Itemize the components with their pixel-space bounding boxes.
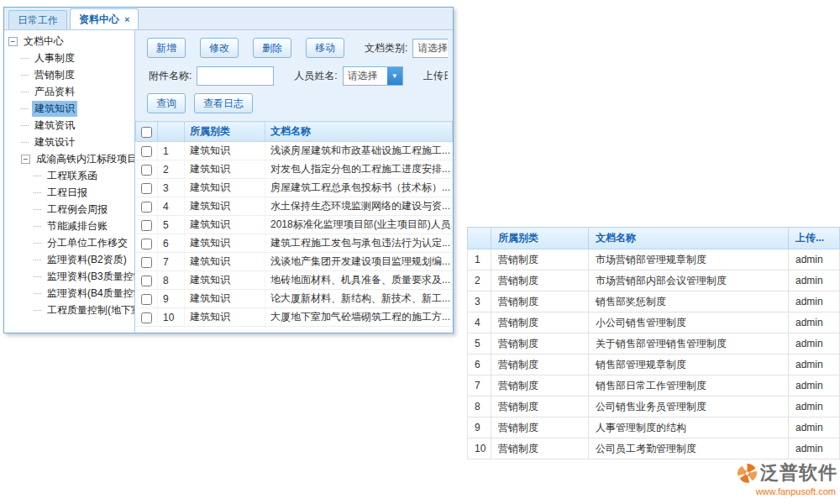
tree-node-label[interactable]: 监理资料(B2资质) — [45, 252, 129, 268]
select-all-checkbox[interactable] — [141, 127, 152, 138]
row-checkbox[interactable] — [141, 183, 152, 194]
tree-node[interactable]: −文档中心 — [4, 33, 134, 50]
row-checkbox[interactable] — [141, 165, 152, 176]
collapse-icon[interactable]: − — [8, 37, 18, 46]
row-checkbox[interactable] — [141, 257, 152, 268]
category-column-header[interactable]: 所属别类 — [491, 228, 589, 249]
table-row[interactable]: 8建筑知识地砖地面材料、机具准备、质量要求及... — [136, 271, 453, 290]
row-checkbox[interactable] — [141, 312, 152, 323]
table-row[interactable]: 6建筑知识建筑工程施工发包与承包违法行为认定... — [136, 234, 453, 253]
tree-node-label[interactable]: 文档中心 — [21, 34, 66, 50]
table-row[interactable]: 4建筑知识水土保持生态环境监测网络的建设与资... — [136, 197, 453, 216]
row-number: 6 — [158, 234, 185, 253]
table-row[interactable]: 5营销制度关于销售部管理销售管理制度admin — [468, 333, 840, 354]
row-checkbox[interactable] — [141, 276, 152, 286]
add-button[interactable]: 新增 — [147, 38, 186, 58]
tree-node-label[interactable]: 监理资料(B4质量控制) — [45, 286, 134, 302]
docname-column-header[interactable]: 文档名称 — [589, 228, 789, 249]
tree-node-label[interactable]: 工程例会周报 — [45, 202, 110, 218]
tree-node-label[interactable]: 工程日报 — [45, 185, 90, 201]
view-log-button[interactable]: 查看日志 — [194, 93, 253, 113]
table-row[interactable]: 7建筑知识浅谈地产集团开发建设项目监理规划编... — [136, 253, 453, 271]
table-row[interactable]: 1建筑知识浅谈房屋建筑和市政基础设施工程施工... — [136, 142, 453, 160]
doc-category-label: 文档类别: — [365, 41, 407, 55]
tree-node-label[interactable]: 产品资料 — [32, 84, 77, 100]
tree-node-label[interactable]: 节能减排台账 — [45, 218, 110, 234]
dropdown-arrow-icon[interactable]: ▼ — [387, 67, 402, 85]
upload-date-label: 上传日期 — [423, 69, 448, 83]
table-row[interactable]: 5建筑知识2018标准化监理项目部(业主项目部)人员... — [136, 216, 453, 234]
tab-data-center[interactable]: 资料中心 × — [70, 8, 139, 29]
tree-node[interactable]: 监理资料(B4质量控制) — [4, 285, 134, 302]
table-row[interactable]: 1营销制度市场营销部管理规章制度admin — [468, 249, 840, 270]
table-row[interactable]: 7营销制度销售部日常工作管理制度admin — [468, 375, 840, 396]
person-select[interactable]: 请选择 ▼ — [343, 66, 403, 86]
table-row[interactable]: 10建筑知识大厦地下室加气砼墙砌筑工程的施工方... — [136, 308, 453, 327]
attachment-input[interactable] — [197, 66, 274, 86]
tree-node-label[interactable]: 营销制度 — [32, 67, 77, 83]
brand-url[interactable]: www.fanpusoft.com — [756, 486, 836, 496]
query-button[interactable]: 查询 — [147, 93, 186, 113]
table-row[interactable]: 2营销制度市场营销部内部会议管理制度admin — [468, 270, 840, 291]
tree-node[interactable]: 工程例会周报 — [4, 201, 134, 218]
tree-node-label[interactable]: 分工单位工作移交 — [45, 235, 130, 251]
tree-node[interactable]: 营销制度 — [4, 66, 134, 83]
tree-node-label[interactable]: 建筑资讯 — [32, 118, 77, 134]
table-row[interactable]: 3营销制度销售部奖惩制度admin — [468, 291, 840, 312]
tree-node[interactable]: 监理资料(B3质量控制) — [4, 268, 134, 285]
doc-category-select[interactable]: 请选择 ▼ — [412, 39, 448, 58]
table-row[interactable]: 8营销制度公司销售业务员管理制度admin — [468, 396, 840, 417]
tree-node[interactable]: 建筑资讯 — [4, 117, 134, 134]
tree-node[interactable]: 工程联系函 — [4, 167, 134, 184]
tree-node-label[interactable]: 监理资料(B3质量控制) — [45, 269, 134, 285]
row-docname: 销售部日常工作管理制度 — [589, 375, 789, 396]
table-row[interactable]: 9建筑知识论大厦新材料、新结构、新技术、新工... — [136, 290, 453, 308]
table-row[interactable]: 4营销制度小公司销售管理制度admin — [468, 312, 840, 333]
row-checkbox[interactable] — [141, 220, 152, 231]
tree-node-label[interactable]: 工程联系函 — [45, 168, 100, 184]
table-header-row: 所属别类 文档名称 — [136, 122, 453, 142]
attachment-label: 附件名称: — [149, 69, 192, 83]
table-row[interactable]: 3建筑知识房屋建筑工程总承包投标书（技术标）... — [136, 179, 453, 197]
row-docname: 公司销售业务员管理制度 — [589, 396, 789, 417]
tree-node[interactable]: 工程质量控制(地下室) — [4, 302, 134, 318]
row-number: 3 — [158, 179, 185, 197]
uploader-column-header[interactable]: 上传... — [789, 228, 840, 249]
select-all-cell — [136, 122, 158, 142]
tree-node-label[interactable]: 建筑设计 — [32, 134, 77, 150]
tree-node[interactable]: 节能减排台账 — [4, 218, 134, 234]
tree-node[interactable]: 工程日报 — [4, 184, 134, 201]
tree-node[interactable]: 建筑设计 — [4, 134, 134, 150]
row-number: 8 — [158, 271, 185, 290]
tree-node[interactable]: 建筑知识 — [4, 100, 134, 117]
table-row[interactable]: 9营销制度人事管理制度的结构admin — [468, 417, 840, 438]
tree-node[interactable]: 分工单位工作移交 — [4, 234, 134, 251]
table-row[interactable]: 6营销制度销售部管理规章制度admin — [468, 354, 840, 375]
tree-node-label[interactable]: 建筑知识 — [32, 101, 77, 117]
table-row[interactable]: 2建筑知识对发包人指定分包的工程施工进度安排... — [136, 160, 453, 179]
row-checkbox-cell — [136, 160, 158, 179]
tree-node[interactable]: 产品资料 — [4, 83, 134, 100]
tree-node[interactable]: 人事制度 — [4, 50, 134, 66]
tree-node-label[interactable]: 工程质量控制(地下室) — [45, 302, 134, 318]
row-docname: 人事管理制度的结构 — [589, 417, 789, 438]
close-icon[interactable]: × — [124, 14, 129, 24]
move-button[interactable]: 移动 — [306, 38, 344, 58]
row-docname: 论大厦新材料、新结构、新技术、新工... — [265, 290, 453, 308]
person-value: 请选择 — [344, 67, 387, 85]
delete-button[interactable]: 删除 — [253, 38, 291, 58]
row-checkbox[interactable] — [141, 146, 152, 157]
row-checkbox[interactable] — [141, 294, 152, 305]
row-checkbox[interactable] — [141, 202, 152, 213]
collapse-icon[interactable]: − — [21, 155, 30, 164]
row-checkbox[interactable] — [141, 239, 152, 249]
tree-node[interactable]: −成渝高铁内江标段项目 — [4, 150, 134, 167]
tree-node-label[interactable]: 人事制度 — [32, 50, 77, 66]
table-row[interactable]: 10营销制度公司员工考勤管理制度admin — [468, 438, 840, 459]
tab-daily-work[interactable]: 日常工作 — [8, 10, 67, 29]
tree-node-label[interactable]: 成渝高铁内江标段项目 — [34, 151, 134, 167]
docname-column-header[interactable]: 文档名称 — [265, 122, 453, 142]
modify-button[interactable]: 修改 — [200, 38, 239, 58]
tree-node[interactable]: 监理资料(B2资质) — [4, 251, 134, 268]
category-column-header[interactable]: 所属别类 — [185, 122, 265, 142]
